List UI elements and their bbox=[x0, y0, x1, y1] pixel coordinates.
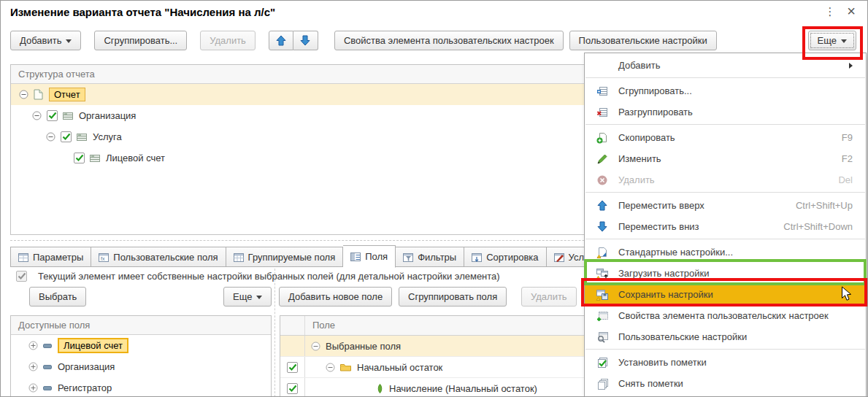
menu-item-standard-settings[interactable]: Стандартные настройки... bbox=[585, 242, 866, 263]
group-button[interactable]: Сгруппировать... bbox=[94, 31, 187, 50]
tab-icon-grouping-fields bbox=[234, 253, 244, 262]
checkbox-checked[interactable] bbox=[74, 153, 85, 163]
tab-parameters[interactable]: Параметры bbox=[10, 247, 91, 267]
selected-fields-group-label[interactable]: Выбранные поля bbox=[326, 341, 401, 352]
tree-label-account[interactable]: Лицевой счет bbox=[106, 153, 165, 163]
add-new-field-button[interactable]: Добавить новое поле bbox=[279, 287, 392, 307]
collapse-icon[interactable] bbox=[326, 363, 335, 372]
menu-item-label: Свойства элемента пользовательских настр… bbox=[618, 310, 829, 321]
tab-label: Сортировка bbox=[486, 252, 538, 263]
menu-item-label: Скопировать bbox=[618, 132, 675, 143]
add-button[interactable]: Добавить bbox=[10, 31, 81, 50]
list-item-registrar[interactable]: Регистратор bbox=[11, 377, 271, 397]
expand-icon[interactable] bbox=[28, 341, 38, 350]
checkbox-checked[interactable] bbox=[61, 131, 72, 142]
collapse-icon[interactable] bbox=[19, 90, 28, 99]
menu-item-load-settings[interactable]: Загрузить настройки bbox=[585, 263, 866, 284]
add-button-label: Добавить bbox=[20, 35, 61, 46]
tab-icon-sorting bbox=[472, 253, 482, 262]
field-column-header: Поле bbox=[305, 316, 335, 335]
chevron-down-icon bbox=[66, 39, 72, 43]
fields-more-label: Еще bbox=[233, 291, 252, 302]
delete-button: Удалить bbox=[200, 31, 256, 50]
tab-label: Фильтры bbox=[418, 252, 456, 263]
menu-item-label: Стандартные настройки... bbox=[618, 247, 733, 258]
chevron-down-icon bbox=[256, 296, 262, 299]
kebab-menu-icon[interactable]: ⋮ bbox=[823, 5, 837, 18]
tree-label-organization[interactable]: Организация bbox=[79, 110, 136, 121]
tab-grouping-fields[interactable]: Группируемые поля bbox=[226, 247, 344, 267]
menu-item-add[interactable]: Добавить bbox=[585, 55, 866, 76]
list-item-account[interactable]: Лицевой счет bbox=[11, 335, 271, 356]
clear-marks-icon bbox=[595, 378, 610, 390]
menu-item-group[interactable]: Сгруппировать... bbox=[585, 80, 866, 101]
menu-item-label: Удалить bbox=[618, 174, 655, 185]
user-settings-props-icon bbox=[595, 310, 610, 322]
list-item-organization[interactable]: Организация bbox=[11, 356, 271, 377]
collapse-icon[interactable] bbox=[32, 111, 42, 120]
select-button[interactable]: Выбрать bbox=[29, 287, 86, 307]
edit-icon bbox=[595, 153, 610, 165]
available-field-label-selected[interactable]: Лицевой счет bbox=[58, 338, 128, 353]
menu-item-move-up[interactable]: Переместить вверх Ctrl+Shift+Up bbox=[585, 195, 866, 216]
tree-label-report[interactable]: Отчет bbox=[49, 88, 85, 101]
menu-item-save-settings[interactable]: Сохранить настройки bbox=[585, 284, 866, 305]
group-fields-button[interactable]: Сгруппировать поля bbox=[399, 287, 507, 307]
folder-row-label[interactable]: Начальный остаток bbox=[357, 362, 442, 373]
user-settings-button[interactable]: Пользовательские настройки bbox=[569, 31, 717, 50]
available-field-label[interactable]: Регистратор bbox=[58, 382, 112, 393]
more-button-label: Еще bbox=[818, 35, 837, 46]
checkbox-checked[interactable] bbox=[287, 362, 298, 373]
move-buttons bbox=[269, 31, 318, 50]
fields-more-button[interactable]: Еще bbox=[223, 287, 272, 307]
menu-item-label: Установить пометки bbox=[618, 357, 707, 368]
ungroup-icon bbox=[595, 107, 610, 118]
menu-item-user-settings[interactable]: Пользовательские настройки bbox=[585, 326, 866, 347]
user-settings-props-button[interactable]: Свойства элемента пользовательских настр… bbox=[334, 31, 564, 50]
expand-icon[interactable] bbox=[28, 362, 38, 371]
own-settings-row: Текущий элемент имеет собственные настро… bbox=[16, 271, 500, 282]
checkbox-column-header bbox=[280, 316, 305, 335]
menu-item-label: Сохранить настройки bbox=[618, 289, 713, 300]
group-icon bbox=[595, 85, 610, 97]
menu-item-label: Изменить bbox=[618, 153, 661, 164]
more-button[interactable]: Еще bbox=[808, 31, 856, 50]
menu-shortcut: Del bbox=[838, 174, 853, 185]
folder-icon bbox=[340, 363, 351, 371]
expand-icon[interactable] bbox=[28, 383, 38, 393]
collapse-icon[interactable] bbox=[46, 132, 55, 142]
vertical-splitter[interactable] bbox=[274, 269, 275, 397]
move-down-button[interactable] bbox=[293, 31, 318, 50]
menu-shortcut: Ctrl+Shift+Up bbox=[796, 200, 853, 211]
page-title: Изменение варианта отчета "Начисления на… bbox=[10, 6, 275, 18]
own-settings-label: Текущий элемент имеет собственные настро… bbox=[38, 271, 500, 282]
move-up-button[interactable] bbox=[269, 31, 293, 50]
checkbox-checked[interactable] bbox=[47, 110, 58, 121]
tab-fields[interactable]: Поля bbox=[343, 245, 396, 268]
tab-filters[interactable]: Фильтры bbox=[396, 247, 464, 267]
tab-icon-conditional bbox=[554, 253, 564, 262]
close-icon[interactable]: × bbox=[844, 3, 859, 20]
tab-sorting[interactable]: Сортировка bbox=[464, 247, 546, 267]
top-toolbar: Добавить Сгруппировать... Удалить Свойст… bbox=[10, 31, 856, 50]
available-field-label[interactable]: Организация bbox=[58, 361, 115, 372]
menu-item-edit[interactable]: Изменить F2 bbox=[585, 148, 866, 169]
checkbox-checked[interactable] bbox=[287, 383, 298, 394]
move-down-icon bbox=[595, 221, 610, 232]
tree-label-service[interactable]: Услуга bbox=[93, 131, 122, 142]
menu-item-user-settings-props[interactable]: Свойства элемента пользовательских настр… bbox=[585, 305, 866, 326]
menu-item-move-down[interactable]: Переместить вниз Ctrl+Shift+Down bbox=[585, 216, 866, 237]
collapse-icon[interactable] bbox=[311, 342, 320, 351]
menu-item-copy[interactable]: Скопировать F9 bbox=[585, 127, 866, 148]
tab-icon-filters bbox=[403, 253, 413, 262]
menu-item-ungroup[interactable]: Разгруппировать bbox=[585, 101, 866, 123]
field-row-label[interactable]: Начисление (Начальный остаток) bbox=[389, 383, 537, 394]
user-settings-icon bbox=[595, 331, 610, 343]
checkbox-cell-empty bbox=[280, 336, 305, 356]
tab-user-fields[interactable]: fx Пользовательские поля bbox=[91, 247, 226, 267]
settings-tabs: Параметры fx Пользовательские поля Групп… bbox=[10, 244, 592, 267]
menu-item-set-marks[interactable]: Установить пометки bbox=[585, 352, 866, 373]
menu-item-label: Разгруппировать bbox=[618, 107, 693, 117]
move-up-icon bbox=[595, 200, 610, 211]
menu-item-clear-marks[interactable]: Снять пометки bbox=[585, 373, 866, 394]
